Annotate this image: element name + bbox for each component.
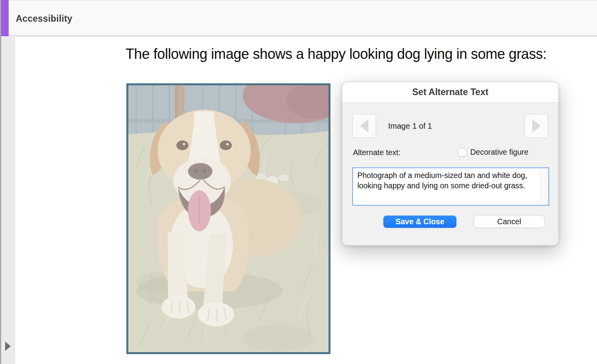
textarea-scrollbar[interactable] (541, 168, 548, 205)
app-window: Accessibility The following image shows … (0, 0, 597, 364)
save-close-button[interactable]: Save & Close (383, 216, 456, 228)
header-accent-bar (1, 0, 9, 36)
cancel-button[interactable]: Cancel (474, 216, 544, 228)
document-image-dog[interactable] (126, 83, 330, 354)
dog-photo-illustration (128, 85, 329, 352)
expand-panel-icon[interactable] (5, 341, 11, 351)
decorative-figure-group: Decorative figure (458, 148, 528, 157)
header-bar: Accessibility (0, 0, 597, 36)
labels-row: Alternate text: Decorative figure (342, 148, 558, 158)
set-alternate-text-dialog: Set Alternate Text Image 1 of 1 Alternat… (342, 82, 559, 246)
previous-image-button[interactable] (352, 114, 376, 138)
side-panel-gutter (0, 37, 15, 364)
window-left-edge (0, 0, 1, 364)
page-title: Accessibility (16, 1, 72, 36)
image-counter: Image 1 of 1 (388, 122, 432, 131)
alternate-text-label: Alternate text: (353, 148, 400, 157)
decorative-figure-checkbox[interactable] (458, 148, 467, 157)
image-nav-row: Image 1 of 1 (352, 114, 548, 138)
document-heading: The following image shows a happy lookin… (126, 46, 546, 62)
alternate-text-input[interactable]: Photograph of a medium-sized tan and whi… (353, 168, 548, 205)
dialog-titlebar: Set Alternate Text (342, 82, 558, 103)
dialog-title: Set Alternate Text (412, 87, 488, 98)
alternate-text-field-wrap: Photograph of a medium-sized tan and whi… (352, 167, 549, 206)
previous-image-icon (360, 119, 368, 133)
decorative-figure-label: Decorative figure (470, 148, 528, 157)
next-image-button[interactable] (524, 114, 548, 138)
next-image-icon (532, 119, 541, 133)
